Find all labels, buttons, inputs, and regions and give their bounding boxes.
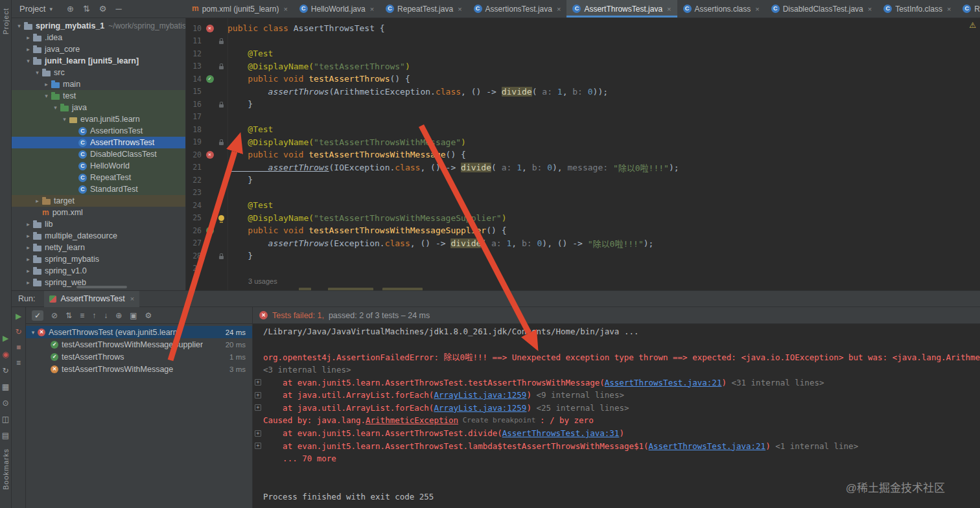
tree-item[interactable]: CAssertThrowsTest (12, 137, 185, 148)
file-tab[interactable]: CTestInfo.class× (878, 0, 957, 17)
tree-item[interactable]: CDisabledClassTest (12, 148, 185, 160)
code-line[interactable]: 17 (186, 111, 980, 124)
tree-item[interactable]: ▸spring_v1.0 (12, 265, 185, 277)
tree-item[interactable]: CHelloWorld (12, 160, 185, 172)
fold-expand-icon[interactable]: + (255, 392, 261, 398)
code-line[interactable]: 25 @DisplayName("testAssertThrowsWithMes… (186, 212, 980, 225)
code-line[interactable]: 24 @Test (186, 199, 980, 212)
stacktrace-link[interactable]: ArrayList.java:1259 (434, 403, 526, 413)
show-ignored-icon[interactable]: ⊘ (51, 311, 58, 320)
code-line[interactable]: 15 assertThrows(ArithmeticException.clas… (186, 86, 980, 98)
code-line[interactable]: 23 (186, 187, 980, 200)
code-line[interactable]: 27 assertThrows(Exception.class, () -> d… (186, 237, 980, 250)
test-passed-icon[interactable]: ✓ (206, 75, 214, 83)
test-result-row[interactable]: ▾✕AssertThrowsTest (evan.junit5.learn)24… (26, 326, 252, 338)
code-line[interactable]: 10✕public class AssertThrowsTest { (186, 22, 980, 35)
stacktrace-link[interactable]: AssertThrowsTest.java:31 (502, 428, 620, 438)
chevron-right-icon[interactable]: ▸ (23, 268, 33, 274)
test-failed-icon[interactable]: ✕ (206, 151, 214, 159)
navigate-source-icon[interactable]: ⊕ (115, 311, 122, 320)
sort-by-duration-icon[interactable]: ⇅ (65, 311, 72, 320)
tab-close-icon[interactable]: × (755, 5, 759, 13)
stacktrace-link[interactable]: AssertThrowsTest.java:21 (605, 378, 722, 387)
tree-item[interactable]: ▸lib (12, 218, 185, 230)
file-tab[interactable]: CDisabledClassTest.java× (765, 0, 878, 17)
fold-expand-icon[interactable]: + (255, 430, 261, 437)
project-stripe-button[interactable]: Project (2, 8, 10, 34)
file-tab[interactable]: CAssertions.class× (677, 0, 765, 17)
inspection-warning-icon[interactable]: ⚠ (969, 21, 976, 30)
export-results-icon[interactable]: ▣ (130, 311, 137, 320)
gutter-run-slot[interactable]: ✕ (204, 25, 215, 32)
show-passed-icon[interactable]: ✓ (32, 310, 43, 321)
profiler-icon[interactable]: ◉ (2, 351, 8, 358)
stop-icon[interactable]: ■ (16, 343, 21, 351)
tree-item[interactable]: ▾java (12, 102, 185, 113)
hide-panel-icon[interactable]: ─ (115, 5, 121, 13)
chevron-right-icon[interactable]: ▸ (23, 233, 33, 239)
tab-close-icon[interactable]: × (130, 295, 134, 303)
fold-expand-icon[interactable]: + (255, 404, 261, 411)
bookmarks-stripe-button[interactable]: Bookmarks (2, 448, 10, 490)
run-window-icon[interactable]: ▶ (3, 334, 8, 342)
tab-close-icon[interactable]: × (370, 5, 374, 13)
tree-item[interactable]: ▸spring_mybatis (12, 253, 185, 265)
file-tab[interactable]: CAssertThrowsTest.java× (566, 0, 677, 17)
sort-icon[interactable]: ⇅ (83, 5, 90, 13)
file-tab[interactable]: CRepeatTest.java× (380, 0, 468, 17)
code-line[interactable]: 26✓ public void testAssertThrowsWithMess… (186, 224, 980, 237)
chevron-down-icon[interactable]: ▾ (51, 104, 60, 111)
settings-gear-icon[interactable]: ⚙ (99, 5, 107, 13)
tree-item[interactable]: ▸multiple_datesource (12, 230, 185, 242)
test-history-icon[interactable]: ≡ (16, 359, 21, 367)
chevron-down-icon[interactable]: ▾ (60, 116, 69, 122)
code-editor[interactable]: 10✕public class AssertThrowsTest {1112 @… (186, 18, 980, 290)
rerun-tests-icon[interactable]: ▶ (16, 312, 21, 320)
tree-item[interactable]: CAssertionsTest (12, 125, 185, 137)
code-line[interactable]: 20✕ public void testAssertThrowsWithMess… (186, 148, 980, 161)
code-line[interactable]: 28 } (186, 249, 980, 262)
gutter-run-slot[interactable]: ✕ (204, 151, 215, 159)
tree-item[interactable]: CRepeatTest (12, 172, 185, 183)
tree-item[interactable]: ▾evan.junit5.learn (12, 113, 185, 125)
locate-icon[interactable]: ⊕ (67, 5, 74, 13)
chevron-right-icon[interactable]: ▸ (23, 256, 33, 262)
file-tab[interactable]: mpom.xml (junit5_learn)× (186, 0, 294, 17)
tree-item[interactable]: ▾src (12, 67, 185, 78)
test-failed-icon[interactable]: ✕ (206, 25, 214, 32)
chevron-down-icon[interactable]: ▾ (23, 58, 33, 64)
tree-item[interactable]: mpom.xml (12, 207, 185, 218)
tree-item[interactable]: ▸netty_learn (12, 242, 185, 253)
code-line[interactable]: 12 @Test (186, 47, 980, 60)
previous-failed-icon[interactable]: ↑ (92, 311, 96, 320)
gutter-run-slot[interactable]: ✓ (204, 75, 215, 83)
test-result-row[interactable]: ✕testAssertThrowsWithMessage3 ms (26, 363, 252, 375)
pin-icon[interactable]: ▤ (2, 432, 9, 439)
file-tab[interactable]: CRepetitionInfo.class× (957, 0, 980, 17)
tab-close-icon[interactable]: × (667, 5, 671, 13)
next-failed-icon[interactable]: ↓ (104, 311, 108, 320)
code-line[interactable]: 21 assertThrows(IOException.class, () ->… (186, 161, 980, 174)
chevron-right-icon[interactable]: ▸ (32, 198, 42, 204)
tree-item[interactable]: ▸target (12, 195, 185, 207)
tab-close-icon[interactable]: × (947, 5, 951, 13)
chevron-down-icon[interactable]: ▾ (32, 69, 42, 76)
group-by-icon[interactable]: ≡ (80, 311, 84, 320)
build-window-icon[interactable]: ▦ (2, 383, 9, 391)
chevron-right-icon[interactable]: ▸ (23, 34, 33, 41)
tree-item[interactable]: ▸java_core (12, 43, 185, 55)
sync-icon[interactable]: ↻ (2, 367, 8, 375)
chevron-down-icon[interactable]: ▾ (14, 23, 24, 29)
code-line[interactable]: 14✓ public void testAssertThrows() { (186, 73, 980, 86)
code-line[interactable]: 13 @DisplayName("testAssertThrows") (186, 60, 980, 73)
gutter-run-slot[interactable]: ✓ (204, 227, 215, 235)
code-line[interactable]: 16 } (186, 98, 980, 111)
horizontal-scrollbar-thumb[interactable] (76, 286, 127, 288)
file-tab[interactable]: CAssertionsTest.java× (468, 0, 567, 17)
code-line[interactable]: 11 (186, 35, 980, 48)
screenshot-icon[interactable]: ⊙ (2, 399, 8, 407)
stacktrace-link[interactable]: AssertThrowsTest.java:21 (649, 441, 766, 451)
tree-item[interactable]: ▾spring_mybatis_1~/work/spring_mybatis… (12, 20, 185, 32)
chevron-right-icon[interactable]: ▸ (23, 46, 33, 52)
tab-close-icon[interactable]: × (868, 5, 872, 13)
